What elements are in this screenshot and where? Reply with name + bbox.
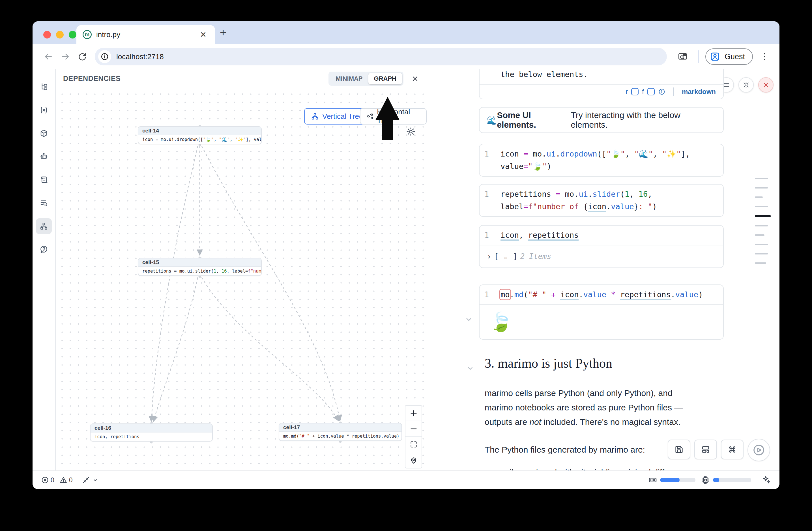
line-number: 1 <box>480 229 494 241</box>
sidebar-item-help[interactable] <box>36 241 52 257</box>
node-code: repetitions = mo.ui.slider(1, 16, label=… <box>139 267 261 275</box>
tab-title: intro.py <box>96 30 198 39</box>
sidebar-item-scratchpad[interactable] <box>36 172 52 188</box>
layout-button[interactable] <box>694 440 717 459</box>
robot-icon <box>40 152 48 161</box>
graph-node-cell-17[interactable]: cell-17 mo.md("# " + icon.value * repeti… <box>279 423 402 441</box>
dependencies-header: DEPENDENCIES MINIMAP GRAPH <box>56 69 427 88</box>
cell-tuple[interactable]: 1 icon, repetitions › [ … ] 2 Items <box>479 225 724 268</box>
close-panel-icon[interactable] <box>411 74 419 83</box>
package-cube-icon <box>40 129 48 138</box>
language-badge[interactable]: markdown <box>682 88 716 96</box>
close-icon <box>762 81 770 89</box>
cell-position-minimap[interactable] <box>755 178 771 264</box>
graph-node-cell-15[interactable]: cell-15 repetitions = mo.ui.slider(1, 16… <box>138 258 262 276</box>
graph-zoom-controls <box>405 405 422 469</box>
shutdown-button[interactable] <box>758 77 773 92</box>
node-code: icon, repetitions <box>90 432 212 441</box>
connection-indicator[interactable] <box>82 476 99 484</box>
locate-button[interactable] <box>405 452 422 468</box>
sidebar-rail <box>32 69 56 471</box>
graph-node-cell-14[interactable]: cell-14 icon = mo.ui.dropdown(["🍃", "🌊",… <box>138 126 262 144</box>
site-info-icon[interactable] <box>98 50 111 63</box>
browser-tab[interactable]: m intro.py ✕ <box>76 25 215 44</box>
checkbox-format-icon[interactable] <box>647 88 655 96</box>
ellipsis: … <box>504 254 507 260</box>
items-count-label: 2 Items <box>520 252 551 261</box>
dependency-graph-canvas[interactable]: Vertical Tree Horizontal Tree cell-14 ic… <box>56 88 427 471</box>
sidebar-item-packages[interactable] <box>36 125 52 141</box>
ai-sparkle-icon[interactable] <box>762 475 771 485</box>
cell-collapse-chevron-icon[interactable] <box>464 314 474 324</box>
run-all-button[interactable] <box>748 439 770 461</box>
code-editor[interactable]: mo.md("# " + icon.value * repetitions.va… <box>494 288 703 301</box>
graph-settings-icon[interactable] <box>406 127 416 137</box>
browser-menu-icon[interactable] <box>760 52 769 61</box>
cell-markdown-source[interactable]: 1 **🌊 Some UI elements.** Try interactin… <box>479 69 724 99</box>
shortcuts-button[interactable] <box>721 440 743 459</box>
zoom-in-button[interactable] <box>405 406 422 421</box>
warnings-indicator[interactable]: 0 <box>59 476 73 484</box>
sidebar-item-snippets[interactable] <box>36 195 52 211</box>
cpu-icon <box>701 475 710 485</box>
shortcut-r-label: r <box>626 88 628 96</box>
profile-button[interactable]: Guest <box>705 48 753 65</box>
dependency-graph-icon <box>40 222 48 230</box>
line-number: 1 <box>480 148 494 173</box>
sidebar-item-file-explorer[interactable] <box>36 79 52 95</box>
zoom-out-button[interactable] <box>405 421 422 437</box>
reload-icon[interactable] <box>76 51 89 63</box>
view-switcher: MINIMAP GRAPH <box>329 72 404 86</box>
line-number: 1 <box>480 288 494 301</box>
cell-mo-md[interactable]: 1 mo.md("# " + icon.value * repetitions.… <box>479 285 724 340</box>
section-paragraph-partial: easily versioned with git, yielding mini… <box>496 465 697 471</box>
notebook-settings-button[interactable] <box>738 77 754 92</box>
code-editor[interactable]: **🌊 Some UI elements.** Try interacting … <box>494 69 708 81</box>
tab-search-icon[interactable] <box>677 51 689 63</box>
notebook-panel: 1 **🌊 Some UI elements.** Try interactin… <box>427 69 780 471</box>
errors-indicator[interactable]: 0 <box>41 476 54 484</box>
cell-dropdown[interactable]: 1 icon = mo.ui.dropdown(["🍃", "🌊", "✨"],… <box>479 144 724 177</box>
fit-view-button[interactable] <box>405 437 422 452</box>
browser-tab-strip: m intro.py ✕ + <box>32 21 780 44</box>
url-text[interactable]: localhost:2718 <box>116 52 164 61</box>
code-editor[interactable]: icon, repetitions <box>494 229 579 241</box>
memory-usage-meter <box>660 478 695 482</box>
sidebar-item-ai-assistant[interactable] <box>36 148 52 164</box>
wave-emoji: 🌊 <box>487 115 497 125</box>
code-editor[interactable]: repetitions = mo.ui.slider(1, 16,label=f… <box>494 188 657 213</box>
tab-graph[interactable]: GRAPH <box>368 73 402 84</box>
marimo-favicon-icon: m <box>83 30 92 39</box>
node-title: cell-15 <box>139 258 261 267</box>
avatar-icon <box>710 52 720 62</box>
section-collapse-chevron-icon[interactable] <box>466 364 475 373</box>
graph-node-cell-16[interactable]: cell-16 icon, repetitions <box>90 424 213 442</box>
save-button[interactable] <box>668 440 690 459</box>
section-heading: 3. marimo is just Python <box>485 356 612 371</box>
section-paragraph-2: The Python files generated by marimo are… <box>485 442 685 457</box>
checkbox-run-icon[interactable] <box>631 88 639 96</box>
sidebar-item-variables[interactable] <box>36 102 52 118</box>
info-icon[interactable] <box>658 88 665 96</box>
tab-minimap[interactable]: MINIMAP <box>330 73 368 84</box>
collapse-toggle-icon[interactable]: › <box>487 252 491 261</box>
window-controls <box>43 31 76 39</box>
url-bar[interactable]: localhost:2718 <box>95 48 667 66</box>
sidebar-item-dependency-graph[interactable] <box>36 218 52 234</box>
back-icon[interactable] <box>42 51 55 63</box>
close-window-button[interactable] <box>43 31 51 39</box>
close-tab-icon[interactable]: ✕ <box>198 29 209 41</box>
node-title: cell-16 <box>90 424 212 432</box>
new-tab-button[interactable]: + <box>220 26 226 39</box>
status-bar: 0 0 <box>32 471 780 489</box>
annotation-arrow <box>373 95 404 143</box>
scroll-icon <box>40 175 48 184</box>
minimize-window-button[interactable] <box>56 31 64 39</box>
forward-icon[interactable] <box>59 51 72 63</box>
code-editor[interactable]: icon = mo.ui.dropdown(["🍃", "🌊", "✨"],va… <box>494 148 690 173</box>
graph-edges <box>56 88 427 471</box>
maximize-window-button[interactable] <box>69 31 76 39</box>
bracket-close: ] <box>513 252 518 261</box>
gear-icon <box>742 81 750 89</box>
cell-slider[interactable]: 1 repetitions = mo.ui.slider(1, 16,label… <box>479 184 724 217</box>
